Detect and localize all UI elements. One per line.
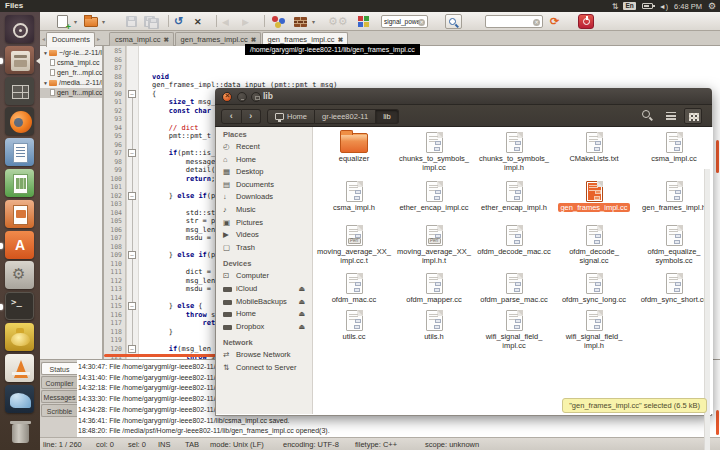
file-item[interactable]: CMakeLists.txt [554,129,634,164]
clock[interactable]: 6:48 PM [674,2,702,11]
eject-icon[interactable]: ⏏ [298,283,305,296]
window-maximize-button[interactable] [251,92,261,102]
build-button[interactable] [294,14,307,29]
launcher-item-firefox[interactable] [5,107,34,135]
open-button[interactable] [84,14,98,29]
launcher-item-terminal[interactable] [5,292,34,320]
file-item[interactable]: ofdm_sync_long.cc [554,270,634,305]
drop-arrow-button[interactable]: ▾ [312,14,315,29]
saveall-button[interactable] [144,14,159,29]
new-button[interactable] [57,14,68,29]
file-item[interactable]: ofdm_parse_mac.cc [474,270,554,305]
tree-item[interactable]: gen_fr...mpl.cc [40,68,102,78]
fold-marker[interactable]: – [128,192,136,200]
tree-item[interactable]: gen_fr...mpl.cc [40,88,102,98]
forward-button[interactable]: › [242,109,262,124]
file-item[interactable]: gen_frames_impl.h [634,178,713,213]
grid-view-button[interactable] [684,108,702,124]
file-item[interactable]: ofdm_mac.cc [314,270,394,305]
drop-arrow-button[interactable]: ▾ [102,14,105,29]
fold-marker[interactable]: – [128,251,136,259]
file-item[interactable]: equalizer [314,129,394,164]
place-computer[interactable]: ⊡Computer [216,270,312,283]
file-item[interactable]: chunks_to_symbols_impl.cc [394,129,474,172]
session-gear-icon[interactable]: ⚙ [708,2,716,11]
file-item[interactable]: utils.cc [314,307,394,342]
file-item[interactable]: ofdm_mapper.cc [394,270,474,305]
file-item[interactable]: Perlmoving_average_XX_impl.h.t [394,222,474,265]
file-item[interactable]: wifi_signal_field_impl.cc [474,307,554,350]
keyboard-indicator[interactable]: En [623,2,635,10]
message-tab-status[interactable]: Status [41,362,77,375]
file-item[interactable]: csma_impl.cc [634,129,713,164]
window-close-button[interactable] [222,92,232,102]
launcher-item-vlc[interactable] [5,354,34,382]
fold-marker[interactable]: – [128,149,136,157]
place-home[interactable]: Home⏏ [216,308,312,321]
eject-icon[interactable]: ⏏ [298,296,305,309]
file-item[interactable]: gen_frames_impl.cc [554,178,634,213]
launcher-item-trash[interactable] [5,418,34,446]
close-button[interactable]: ✕ [194,14,202,29]
launcher-item-geany[interactable] [5,231,34,259]
log-vscrollbar[interactable] [716,410,719,435]
battery-icon[interactable] [642,3,653,9]
message-tab-scribble[interactable]: Scribble [41,404,77,417]
place-mobilebackups[interactable]: MobileBackups⏏ [216,296,312,309]
place-connect-to-server[interactable]: ⇅Connect to Server [216,362,312,375]
place-videos[interactable]: ▶Videos [216,229,312,242]
launcher-item-settings[interactable] [5,261,34,289]
place-music[interactable]: ♪Music [216,204,312,217]
fold-marker[interactable]: – [128,345,136,353]
launcher-item-files[interactable] [5,46,34,74]
compile-button[interactable] [272,14,285,29]
launcher-item-calc[interactable] [5,169,34,197]
place-browse-network[interactable]: ⇄Browse Network [216,349,312,362]
file-item[interactable]: csma_impl.h [314,178,394,213]
place-recent[interactable]: ◴Recent [216,141,312,154]
place-desktop[interactable]: ▦Desktop [216,166,312,179]
search-button[interactable] [445,14,462,29]
fold-marker[interactable]: – [128,302,136,310]
message-tab-messages[interactable]: Messages [41,390,77,403]
drop-arrow-button[interactable]: ▾ [74,14,77,29]
place-pictures[interactable]: ▣Pictures [216,217,312,230]
file-item[interactable]: ether_encap_impl.cc [394,178,474,213]
file-item[interactable]: Perlmoving_average_XX_impl.cc.t [314,222,394,265]
place-icloud[interactable]: iCloud⏏ [216,283,312,296]
breadcrumb-gr-ieee802-11[interactable]: gr-ieee802-11 [315,109,376,124]
search-icon[interactable] [642,110,650,118]
file-item[interactable]: ether_encap_impl.h [474,178,554,213]
breadcrumb-home[interactable]: Home [267,109,315,124]
file-item[interactable]: utils.h [394,307,474,342]
sidebar-tab-scroll-right-icon[interactable]: ▸ [97,35,100,42]
fold-marker[interactable]: – [128,90,136,98]
goto-line-button[interactable]: ⟳ [550,14,559,29]
goto-line-input[interactable]: ✕ [485,15,543,28]
sidebar-tab-scroll-left-icon[interactable]: ◂ [42,35,45,42]
breadcrumb-lib[interactable]: lib [376,109,399,124]
file-item[interactable]: chunks_to_symbols_impl.h [474,129,554,172]
place-downloads[interactable]: ↓Downloads [216,191,312,204]
volume-icon[interactable]: ◄) [659,3,668,10]
launcher-item-impress[interactable] [5,200,34,228]
sidebar-tab-documents[interactable]: Documents [46,32,95,47]
quit-button[interactable] [578,14,594,29]
window-titlebar[interactable]: lib [215,88,712,105]
launcher-item-writer[interactable] [5,138,34,166]
tab-close-icon[interactable]: ✖ [338,36,343,43]
place-trash[interactable]: ▢Trash [216,242,312,255]
revert-button[interactable]: ↺ [174,14,183,29]
file-item[interactable]: wifi_signal_field_impl.h [554,307,634,350]
eject-icon[interactable]: ⏏ [298,321,305,334]
file-item[interactable]: ofdm_decode_signal.cc [554,222,634,265]
place-home[interactable]: ⌂Home [216,154,312,167]
tree-item[interactable]: ▼~/gr-ie...2-11/lib [40,48,102,58]
run-button[interactable]: ⚙⚙ [328,14,348,29]
tree-item[interactable]: csma_impl.cc [40,58,102,68]
window-minimize-button[interactable] [237,92,247,102]
search-input[interactable]: signal_power✕ [381,15,428,28]
editor-tab-0[interactable]: csma_impl.cc✖ [109,32,174,46]
editor-vscrollbar[interactable] [716,140,719,173]
launcher-item-teapot[interactable] [5,323,34,351]
